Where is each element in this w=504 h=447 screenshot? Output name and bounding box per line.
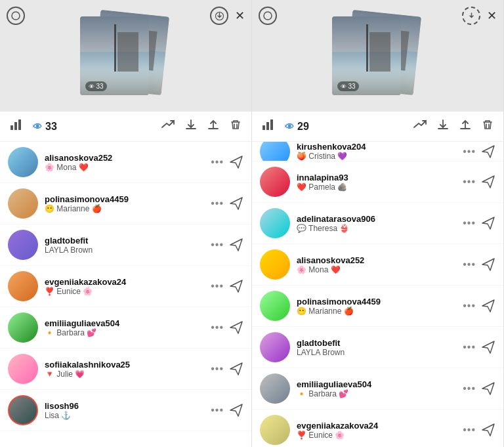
send-icon[interactable] [229,238,243,252]
item-sub: 😶 Marianne 🍎 [297,307,456,316]
story-img-front-right: 👁 33 [332,16,401,95]
list-item-partial: kirushenkova204 🍑 Cristina 💜 ••• [252,142,503,161]
item-info: polinasimonova4459 😶 Marianne 🍎 [297,297,456,316]
item-sub: ❣️ Eunice 🌸 [297,431,456,440]
list-item: emiliiaguliaeva504 🔸 Barbara 💕 ••• [0,307,251,349]
item-username: emiliiaguliaeva504 [297,379,456,389]
send-icon[interactable] [481,216,495,230]
avatar [8,188,38,219]
send-icon[interactable] [229,403,243,417]
avatar [8,147,38,177]
send-icon[interactable] [229,155,243,169]
bar-chart-icon-right[interactable] [260,117,278,136]
more-button[interactable]: ••• [211,239,224,251]
item-actions: ••• [211,320,243,335]
send-icon[interactable] [481,257,495,272]
item-sub: ❤️ Pamela 🪨 [297,182,456,192]
more-button[interactable]: ••• [463,217,476,229]
send-icon[interactable] [229,362,243,376]
more-button[interactable]: ••• [211,198,224,209]
list-item: alisanoskova252 🌸 Mona ❤️ ••• [252,244,503,286]
more-button[interactable]: ••• [463,259,476,270]
trending-icon-right[interactable] [411,117,429,135]
story-image-stack-left: 👁 29 👁 33 [77,10,175,102]
item-sub: Lisa ⚓ [45,411,204,420]
story-count-front-right: 👁 33 [337,81,359,91]
more-button[interactable]: ••• [463,341,476,353]
more-button[interactable]: ••• [463,424,476,436]
list-item: adelinatarasova906 💬 Theresa 👙 ••• [252,203,503,244]
send-icon[interactable] [481,340,495,354]
more-button[interactable]: ••• [463,300,476,312]
list-item: evgeniiakazakova24 ❣️ Eunice 🌸 ••• [252,410,503,447]
story-count-front-left: 👁 33 [85,81,107,91]
item-sub: 🍑 Cristina 💜 [297,152,456,161]
item-info: evgeniiakazakova24 ❣️ Eunice 🌸 [45,277,204,296]
item-actions: ••• [463,423,495,437]
share-icon-right[interactable] [457,117,473,136]
list-item: polinasimonova4459 😶 Marianne 🍎 ••• [0,183,251,224]
avatar [8,230,38,260]
item-sub: ❣️ Eunice 🌸 [45,287,204,296]
download-icon-left[interactable] [183,117,199,136]
avatar [8,354,38,384]
download-icon-right[interactable] [435,117,451,136]
more-button[interactable]: ••• [211,280,224,292]
item-sub: LAYLA Brown [45,245,204,255]
more-button[interactable]: ••• [211,322,224,333]
item-info: polinasimonova4459 😶 Marianne 🍎 [45,194,204,213]
send-icon[interactable] [481,381,495,396]
more-button[interactable]: ••• [211,156,224,168]
avatar [260,249,290,280]
avatar [260,167,290,197]
trash-icon-left[interactable] [228,117,243,136]
list-item: alisanoskova252 🌸 Mona ❤️ ••• [0,142,251,183]
more-button[interactable]: ••• [463,383,476,394]
item-info: emiliiaguliaeva504 🔸 Barbara 💕 [45,318,204,337]
send-icon[interactable] [481,175,495,189]
more-button[interactable]: ••• [463,146,476,158]
trash-icon-right[interactable] [480,117,495,136]
send-icon[interactable] [229,196,243,211]
download-circle-dashed-icon-right[interactable] [462,7,480,25]
toolbar-count-left: 👁 33 [33,121,57,133]
item-username: gladtobefit [45,236,204,245]
item-username: evgeniiakazakova24 [297,421,456,431]
trending-icon-left[interactable] [159,117,177,135]
more-button[interactable]: ••• [211,404,224,416]
send-icon[interactable] [481,299,495,313]
toolbar-right: 👁 29 [252,112,503,142]
settings-icon-left[interactable] [7,7,25,25]
item-sub: 💬 Theresa 👙 [297,224,456,233]
item-actions: ••• [463,175,495,189]
more-button[interactable]: ••• [211,363,224,375]
send-icon[interactable] [229,279,243,293]
item-username: adelinatarasova906 [297,214,456,224]
send-icon[interactable] [481,144,495,159]
item-info: gladtobefit LAYLA Brown [45,236,204,255]
download-circle-icon-left[interactable] [210,7,228,25]
item-info: sofiiakalashnikova25 🔻 Julie 💗 [45,360,204,379]
item-actions: ••• [211,155,243,169]
item-info: lisosh96 Lisa ⚓ [45,401,204,420]
svg-rect-4 [18,119,21,130]
settings-icon-right[interactable] [259,7,277,25]
avatar [8,395,38,425]
list-item: emiliiaguliaeva504 🔸 Barbara 💕 ••• [252,368,503,410]
list-item: gladtobefit LAYLA Brown ••• [252,327,503,368]
close-button-right[interactable]: ✕ [487,9,497,23]
item-actions: ••• [463,340,495,354]
close-button-left[interactable]: ✕ [235,9,245,23]
svg-point-0 [12,12,20,20]
more-button[interactable]: ••• [463,176,476,188]
user-list-right: kirushenkova204 🍑 Cristina 💜 ••• innalap… [252,142,503,447]
bar-chart-icon-left[interactable] [8,117,26,136]
svg-rect-3 [14,122,17,130]
send-icon[interactable] [229,320,243,335]
share-icon-left[interactable] [205,117,221,136]
list-item: gladtobefit LAYLA Brown ••• [0,224,251,266]
item-username: lisosh96 [45,401,204,411]
svg-point-5 [264,12,272,20]
send-icon[interactable] [481,423,495,437]
item-info: emiliiaguliaeva504 🔸 Barbara 💕 [297,379,456,398]
